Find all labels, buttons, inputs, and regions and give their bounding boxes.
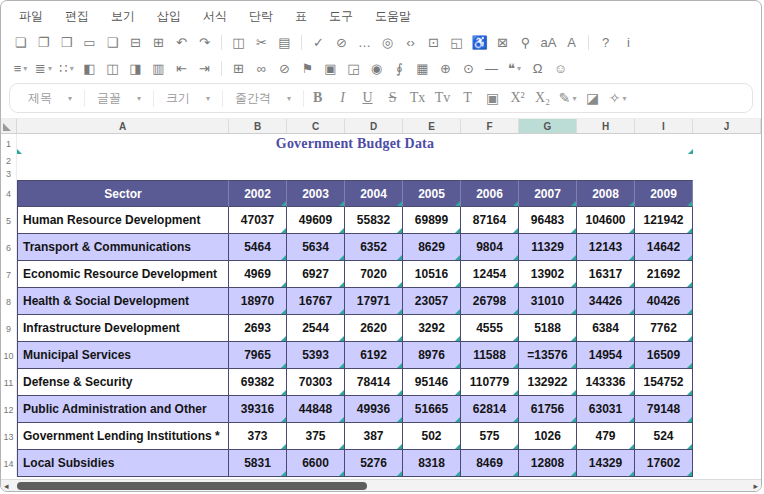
print-preview-icon[interactable]: ▭	[78, 31, 101, 53]
menu-item-5[interactable]: 단락	[249, 8, 273, 25]
cell-A9[interactable]: Infrastructure Development	[17, 315, 229, 342]
document-template-icon[interactable]: ❑	[101, 31, 124, 53]
align-right-icon[interactable]: ◨	[124, 57, 147, 79]
cell-A10[interactable]: Municipal Services	[17, 342, 229, 369]
menu-item-3[interactable]: 삽입	[157, 8, 181, 25]
cell-H7[interactable]: 16317	[577, 261, 635, 288]
clear-format-button[interactable]: Tx	[406, 87, 429, 109]
cell-C9[interactable]: 2544	[287, 315, 345, 342]
cell-F13[interactable]: 575	[461, 423, 519, 450]
search-icon[interactable]: ⚲	[514, 31, 537, 53]
row-header-14[interactable]: 14	[1, 450, 17, 477]
cell-G13[interactable]: 1026	[519, 423, 577, 450]
link-icon[interactable]: ∞	[250, 57, 273, 79]
help-icon[interactable]: ?	[594, 31, 617, 53]
cell-I12[interactable]: 79148	[635, 396, 693, 423]
bold-button[interactable]: B	[306, 87, 329, 109]
cell-C11[interactable]: 70303	[287, 369, 345, 396]
spellcheck-icon[interactable]: ✓	[307, 31, 330, 53]
format-painter-button[interactable]: ✎▾	[556, 87, 579, 109]
cell-B11[interactable]: 69382	[229, 369, 287, 396]
cell-C14[interactable]: 6600	[287, 450, 345, 477]
cell-F9[interactable]: 4555	[461, 315, 519, 342]
cell-H13[interactable]: 479	[577, 423, 635, 450]
cell-A11[interactable]: Defense & Security	[17, 369, 229, 396]
cell-G12[interactable]: 61756	[519, 396, 577, 423]
cell-A14[interactable]: Local Subsidies	[17, 450, 229, 477]
bulleted-list-icon[interactable]: ≡▾	[9, 57, 32, 79]
row-header-12[interactable]: 12	[1, 396, 17, 423]
cell-I10[interactable]: 16509	[635, 342, 693, 369]
column-header-H[interactable]: H	[577, 119, 635, 133]
omega-symbol-icon[interactable]: Ω	[526, 57, 549, 79]
cell-E11[interactable]: 95146	[403, 369, 461, 396]
cell-H6[interactable]: 12143	[577, 234, 635, 261]
multilevel-list-icon[interactable]: ∷▾	[55, 57, 78, 79]
cell-F6[interactable]: 9804	[461, 234, 519, 261]
cell-D11[interactable]: 78414	[345, 369, 403, 396]
cell-A1-title[interactable]: Government Budget Data	[17, 134, 693, 154]
menu-item-2[interactable]: 보기	[111, 8, 135, 25]
cell-G4[interactable]: 2007	[519, 180, 577, 207]
row-header-13[interactable]: 13	[1, 423, 17, 450]
cell-D4[interactable]: 2004	[345, 180, 403, 207]
quote-icon[interactable]: ❝▾	[503, 57, 526, 79]
cell-B12[interactable]: 39316	[229, 396, 287, 423]
column-header-C[interactable]: C	[287, 119, 345, 133]
cell-H11[interactable]: 143336	[577, 369, 635, 396]
document-protect-icon[interactable]: ⊘	[330, 31, 353, 53]
cell-E13[interactable]: 502	[403, 423, 461, 450]
cell-E8[interactable]: 23057	[403, 288, 461, 315]
undo-icon[interactable]: ↶	[170, 31, 193, 53]
cell-H8[interactable]: 34426	[577, 288, 635, 315]
scroll-left-icon[interactable]: ◂	[4, 481, 9, 491]
horizontal-rule-icon[interactable]: —	[480, 57, 503, 79]
cell-C4[interactable]: 2003	[287, 180, 345, 207]
indent-decrease-icon[interactable]: ⇤	[170, 57, 193, 79]
cell-H12[interactable]: 63031	[577, 396, 635, 423]
column-header-E[interactable]: E	[403, 119, 461, 133]
expand-view-icon[interactable]: ◱	[445, 31, 468, 53]
cell-A5[interactable]: Human Resource Development	[17, 207, 229, 234]
cell-I13[interactable]: 524	[635, 423, 693, 450]
row-header-3[interactable]: 3	[1, 167, 17, 180]
cell-B7[interactable]: 4969	[229, 261, 287, 288]
scrollbar-thumb[interactable]	[17, 482, 367, 490]
line-spacing-select[interactable]: 줄간격▾	[223, 90, 304, 107]
insert-table-icon[interactable]: ⊞	[227, 57, 250, 79]
cell-F5[interactable]: 87164	[461, 207, 519, 234]
new-document-icon[interactable]: ❏	[9, 31, 32, 53]
cell-I8[interactable]: 40426	[635, 288, 693, 315]
insert-audio-icon[interactable]: ◉	[365, 57, 388, 79]
open-folder-icon[interactable]: ❐	[32, 31, 55, 53]
insert-video-icon[interactable]: ◲	[342, 57, 365, 79]
cell-E12[interactable]: 51665	[403, 396, 461, 423]
cell-G5[interactable]: 96483	[519, 207, 577, 234]
print-icon[interactable]: ⊟	[124, 31, 147, 53]
horizontal-scrollbar[interactable]: ◂ ▸	[1, 479, 761, 491]
cell-H10[interactable]: 14954	[577, 342, 635, 369]
cell-A7[interactable]: Economic Resource Development	[17, 261, 229, 288]
cell-H14[interactable]: 14329	[577, 450, 635, 477]
align-left-icon[interactable]: ◧	[78, 57, 101, 79]
cell-D13[interactable]: 387	[345, 423, 403, 450]
cell-G6[interactable]: 11329	[519, 234, 577, 261]
save-document-icon[interactable]: ❒	[55, 31, 78, 53]
cell-C5[interactable]: 49609	[287, 207, 345, 234]
code-view-icon[interactable]: ‹›	[399, 31, 422, 53]
column-header-I[interactable]: I	[635, 119, 693, 133]
cell-I11[interactable]: 154752	[635, 369, 693, 396]
cell-B13[interactable]: 373	[229, 423, 287, 450]
cell-F12[interactable]: 62814	[461, 396, 519, 423]
cell-F8[interactable]: 26798	[461, 288, 519, 315]
cell-I5[interactable]: 121942	[635, 207, 693, 234]
cell-E7[interactable]: 10516	[403, 261, 461, 288]
cell-B9[interactable]: 2693	[229, 315, 287, 342]
font-color-icon[interactable]: A	[560, 31, 583, 53]
cell-G11[interactable]: 132922	[519, 369, 577, 396]
highlight-button[interactable]: ▣	[481, 87, 504, 109]
cell-H4[interactable]: 2008	[577, 180, 635, 207]
copy-icon[interactable]: ◫	[227, 31, 250, 53]
more-tools-icon[interactable]: …	[353, 31, 376, 53]
cell-A12[interactable]: Public Administration and Other	[17, 396, 229, 423]
